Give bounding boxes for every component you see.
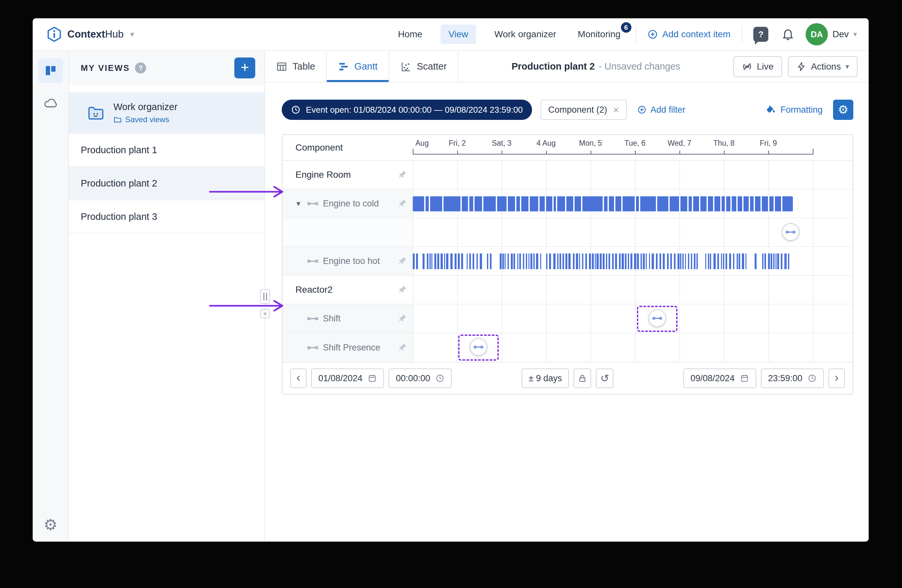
sidebar-item-production-plant-1[interactable]: Production plant 1 bbox=[69, 134, 265, 167]
add-filter-button[interactable]: Add filter bbox=[635, 105, 687, 115]
start-time-field[interactable]: 00:00:00 bbox=[388, 369, 452, 388]
event-tick[interactable] bbox=[764, 253, 766, 269]
tab-gantt[interactable]: Gantt bbox=[327, 51, 389, 82]
event-tick[interactable] bbox=[678, 253, 680, 269]
event-tick[interactable] bbox=[710, 253, 711, 269]
event-tick[interactable] bbox=[697, 253, 698, 269]
event-tick[interactable] bbox=[579, 253, 580, 269]
event-tick[interactable] bbox=[519, 253, 521, 269]
event-tick[interactable] bbox=[502, 253, 504, 269]
tab-table[interactable]: Table bbox=[265, 51, 327, 82]
event-tick[interactable] bbox=[755, 253, 756, 269]
end-time-field[interactable]: 23:59:00 bbox=[761, 369, 824, 388]
sidebar-item-production-plant-3[interactable]: Production plant 3 bbox=[69, 200, 265, 233]
actions-button[interactable]: Actions ▾ bbox=[788, 56, 858, 77]
event-tick[interactable] bbox=[444, 253, 445, 269]
event-tick[interactable] bbox=[688, 253, 689, 269]
event-tick[interactable] bbox=[500, 253, 502, 269]
event-tick[interactable] bbox=[437, 253, 439, 269]
history-reset-button[interactable]: ↺ bbox=[596, 369, 614, 388]
event-tick[interactable] bbox=[773, 253, 775, 269]
event-tick[interactable] bbox=[691, 253, 692, 269]
event-tick[interactable] bbox=[717, 253, 719, 269]
event-tick[interactable] bbox=[446, 253, 448, 269]
event-tick[interactable] bbox=[785, 253, 787, 269]
event-tick[interactable] bbox=[514, 253, 515, 269]
user-menu[interactable]: DA Dev ▾ bbox=[806, 23, 857, 45]
previous-period-button[interactable]: ‹ bbox=[290, 369, 307, 388]
event-tick[interactable] bbox=[440, 253, 443, 269]
lock-range-button[interactable] bbox=[573, 369, 591, 388]
event-tick[interactable] bbox=[663, 253, 665, 269]
event-tick[interactable] bbox=[649, 253, 650, 269]
pin-icon[interactable] bbox=[397, 256, 407, 266]
help-button[interactable]: ? bbox=[751, 27, 770, 42]
pin-icon[interactable] bbox=[397, 314, 407, 324]
event-tick[interactable] bbox=[745, 253, 747, 269]
event-tick[interactable] bbox=[742, 253, 744, 269]
event-tick[interactable] bbox=[603, 253, 604, 269]
nav-item-work-organizer[interactable]: Work organizer bbox=[491, 25, 559, 44]
event-tick[interactable] bbox=[651, 253, 654, 269]
event-tick[interactable] bbox=[619, 253, 621, 269]
cloud-sync-button[interactable] bbox=[38, 91, 63, 116]
event-tick[interactable] bbox=[553, 253, 556, 269]
next-period-button[interactable]: › bbox=[828, 369, 845, 388]
event-tick[interactable] bbox=[568, 253, 571, 269]
event-tick[interactable] bbox=[559, 253, 561, 269]
start-date-field[interactable]: 01/08/2024 bbox=[311, 369, 384, 388]
event-tick[interactable] bbox=[640, 253, 642, 269]
pin-icon[interactable] bbox=[397, 199, 407, 208]
tab-scatter[interactable]: Scatter bbox=[389, 51, 459, 82]
event-tick[interactable] bbox=[788, 253, 789, 269]
event-tick[interactable] bbox=[585, 253, 587, 269]
event-tick[interactable] bbox=[729, 253, 731, 269]
event-tick[interactable] bbox=[528, 253, 529, 269]
chevron-down-icon[interactable]: ▾ bbox=[130, 30, 134, 39]
event-tick[interactable] bbox=[600, 253, 602, 269]
event-tick[interactable] bbox=[670, 253, 672, 269]
event-tick[interactable] bbox=[582, 253, 583, 269]
pin-icon[interactable] bbox=[397, 342, 407, 352]
component-filter-chip[interactable]: Component (2) × bbox=[540, 100, 627, 120]
event-tick[interactable] bbox=[634, 253, 636, 269]
event-tick[interactable] bbox=[473, 253, 474, 269]
chart-settings-button[interactable]: ⚙ bbox=[833, 100, 853, 120]
event-tick[interactable] bbox=[467, 253, 468, 269]
event-tick[interactable] bbox=[536, 253, 538, 269]
settings-gear-icon[interactable]: ⚙ bbox=[42, 517, 60, 533]
pin-icon[interactable] bbox=[397, 170, 407, 180]
event-tick[interactable] bbox=[609, 253, 610, 269]
event-tick[interactable] bbox=[713, 253, 716, 269]
event-tick[interactable] bbox=[423, 253, 424, 269]
nav-item-monitoring[interactable]: Monitoring6 bbox=[575, 25, 624, 44]
event-tick[interactable] bbox=[573, 253, 575, 269]
event-tick[interactable] bbox=[628, 253, 629, 269]
event-tick[interactable] bbox=[562, 253, 564, 269]
event-tick[interactable] bbox=[775, 253, 777, 269]
event-tick[interactable] bbox=[469, 253, 471, 269]
event-tick[interactable] bbox=[733, 253, 734, 269]
event-tick[interactable] bbox=[454, 253, 457, 269]
event-tick[interactable] bbox=[450, 253, 453, 269]
event-tick[interactable] bbox=[427, 253, 428, 269]
event-tick[interactable] bbox=[540, 253, 541, 269]
event-tick[interactable] bbox=[762, 253, 763, 269]
event-tick[interactable] bbox=[490, 253, 492, 269]
event-tick[interactable] bbox=[739, 253, 740, 269]
event-link-badge[interactable] bbox=[648, 310, 666, 327]
event-tick[interactable] bbox=[606, 253, 607, 269]
event-tick[interactable] bbox=[557, 253, 559, 269]
event-tick[interactable] bbox=[434, 253, 436, 269]
event-tick[interactable] bbox=[523, 253, 524, 269]
event-tick[interactable] bbox=[705, 253, 706, 269]
event-tick[interactable] bbox=[680, 253, 681, 269]
event-tick[interactable] bbox=[625, 253, 626, 269]
event-tick[interactable] bbox=[768, 253, 770, 269]
event-tick[interactable] bbox=[526, 253, 527, 269]
event-tick[interactable] bbox=[643, 253, 645, 269]
caret-down-icon[interactable]: ▾ bbox=[294, 199, 303, 208]
event-tick[interactable] bbox=[612, 253, 614, 269]
views-panel-button[interactable] bbox=[38, 58, 63, 83]
nav-item-view[interactable]: View bbox=[440, 25, 476, 44]
